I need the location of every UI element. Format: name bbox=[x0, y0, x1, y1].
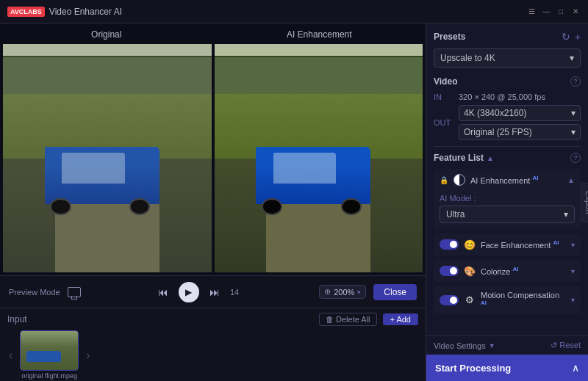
resolution-dropdown[interactable]: 4K (3840x2160) ▾ bbox=[459, 105, 581, 121]
motion-compensation-name: Motion Compensation AI bbox=[481, 291, 567, 310]
frame-number: 14 bbox=[230, 288, 245, 297]
left-panel: Original AI Enhancement bbox=[0, 23, 426, 381]
video-in-value: 320 × 240 @ 25,000 fps bbox=[459, 92, 545, 101]
face-enhancement-chevron-icon: ▾ bbox=[571, 241, 575, 249]
ai-model-dropdown[interactable]: Ultra ▾ bbox=[440, 206, 575, 223]
ai-badge-2: AI bbox=[512, 266, 518, 272]
nav-next-icon[interactable]: › bbox=[85, 349, 91, 362]
car-original bbox=[45, 147, 159, 204]
ai-enhancement-body: AI Model : Ultra ▾ bbox=[434, 191, 581, 229]
face-enhancement-feature: 😊 Face Enhancement AI ▾ bbox=[434, 233, 581, 255]
resolution-chevron-icon: ▾ bbox=[571, 108, 576, 118]
video-settings-button[interactable]: Video Settings ▼ bbox=[434, 341, 495, 350]
ai-model-chevron-icon: ▾ bbox=[564, 209, 568, 219]
feature-list-title: Feature List ▲ bbox=[434, 153, 494, 163]
reset-button[interactable]: ↺ Reset bbox=[551, 341, 581, 350]
original-scene bbox=[3, 44, 212, 272]
preset-dropdown[interactable]: Upscale to 4K ▾ bbox=[434, 48, 581, 68]
settings-footer: Video Settings ▼ ↺ Reset Start Processin… bbox=[426, 335, 588, 381]
colorize-toggle[interactable] bbox=[440, 266, 459, 276]
original-frame bbox=[3, 44, 212, 272]
preset-chevron-icon: ▾ bbox=[570, 53, 574, 63]
skip-forward-button[interactable]: ⏭ bbox=[207, 285, 223, 300]
ai-model-value: Ultra bbox=[446, 209, 465, 219]
presets-actions: ↻ + bbox=[562, 31, 581, 43]
minimize-button[interactable]: — bbox=[541, 7, 551, 17]
feature-list-help-icon[interactable]: ? bbox=[570, 153, 581, 163]
video-info: IN 320 × 240 @ 25,000 fps OUT 4K (3840x2… bbox=[434, 92, 581, 140]
motion-compensation-chevron-icon: ▾ bbox=[571, 296, 575, 304]
window-controls: ☰ — □ ✕ bbox=[526, 7, 581, 17]
file-item: original flight.mpeg bbox=[20, 330, 79, 380]
video-section-header: Video ? bbox=[434, 76, 581, 87]
ai-enhancement-icon bbox=[453, 173, 466, 186]
main-layout: Original AI Enhancement bbox=[0, 23, 588, 381]
resolution-value: 4K (3840x2160) bbox=[464, 108, 526, 118]
face-enhancement-toggle[interactable] bbox=[440, 239, 459, 250]
ai-frame bbox=[215, 44, 423, 272]
app-logo: AVCLABS Video Enhancer AI bbox=[7, 7, 122, 17]
face-enhancement-row[interactable]: 😊 Face Enhancement AI ▾ bbox=[434, 233, 581, 255]
video-help-icon[interactable]: ? bbox=[570, 76, 581, 87]
input-strip: Input 🗑 Delete All + Add ‹ bbox=[0, 308, 426, 381]
nav-prev-icon[interactable]: ‹ bbox=[7, 349, 14, 362]
fps-value: Original (25 FPS) bbox=[464, 127, 532, 137]
maximize-button[interactable]: □ bbox=[556, 7, 566, 17]
input-actions: 🗑 Delete All + Add bbox=[319, 313, 418, 326]
titlebar: AVCLABS Video Enhancer AI ☰ — □ ✕ bbox=[0, 0, 588, 23]
trash-icon: 🗑 bbox=[326, 315, 334, 324]
motion-compensation-feature: ⚙ Motion Compensation AI ▾ bbox=[434, 286, 581, 314]
input-label: Input bbox=[7, 314, 27, 324]
presets-title: Presets bbox=[434, 32, 465, 42]
hamburger-menu[interactable]: ☰ bbox=[526, 7, 537, 17]
titlebar-left: AVCLABS Video Enhancer AI bbox=[7, 7, 122, 17]
video-out-label: OUT bbox=[434, 118, 454, 127]
divider bbox=[434, 146, 581, 147]
ai-badge-1: AI bbox=[553, 239, 559, 246]
start-processing-button[interactable]: Start Processing ∧ bbox=[426, 355, 588, 381]
motion-icon: ⚙ bbox=[463, 294, 476, 307]
colorize-row[interactable]: 🎨 Colorize AI ▾ bbox=[434, 260, 581, 282]
face-icon: 😊 bbox=[463, 238, 476, 251]
video-out-row: OUT 4K (3840x2160) ▾ Original (25 FPS) ▾ bbox=[434, 105, 581, 140]
input-strip-header: Input 🗑 Delete All + Add bbox=[7, 313, 418, 326]
delete-all-button[interactable]: 🗑 Delete All bbox=[319, 313, 376, 326]
monitor-icon[interactable] bbox=[68, 287, 81, 297]
zoom-control[interactable]: ⊕ 200% ▾ bbox=[319, 285, 366, 299]
play-button[interactable]: ▶ bbox=[179, 282, 199, 302]
zoom-chevron-icon: ▾ bbox=[357, 289, 361, 296]
presets-refresh-button[interactable]: ↻ bbox=[562, 31, 570, 43]
file-name: original flight.mpeg bbox=[20, 372, 79, 380]
add-button[interactable]: + Add bbox=[383, 313, 418, 325]
playback-controls: Preview Mode ⏮ ▶ ⏭ 14 ⊕ 200% ▾ Close bbox=[0, 275, 426, 308]
video-section-title: Video bbox=[434, 76, 457, 87]
fps-dropdown[interactable]: Original (25 FPS) ▾ bbox=[459, 124, 581, 140]
colorize-icon: 🎨 bbox=[463, 264, 476, 277]
motion-compensation-toggle[interactable] bbox=[440, 295, 459, 305]
preset-selected: Upscale to 4K bbox=[440, 53, 495, 63]
ai-badge-3: AI bbox=[481, 300, 487, 306]
colorize-name: Colorize AI bbox=[481, 266, 567, 276]
ai-badge-0: AI bbox=[532, 175, 538, 181]
close-button[interactable]: Close bbox=[373, 284, 417, 300]
skip-back-button[interactable]: ⏮ bbox=[155, 285, 171, 300]
export-tab[interactable]: Export bbox=[581, 183, 588, 222]
video-area: Original AI Enhancement bbox=[0, 23, 426, 275]
colorize-feature: 🎨 Colorize AI ▾ bbox=[434, 260, 581, 282]
right-scroll: Presets ↻ + Upscale to 4K ▾ Video ? IN 3… bbox=[426, 23, 588, 381]
original-label: Original bbox=[91, 29, 121, 40]
presets-add-button[interactable]: + bbox=[575, 31, 581, 43]
app-title: Video Enhancer AI bbox=[49, 7, 122, 17]
right-panel: Presets ↻ + Upscale to 4K ▾ Video ? IN 3… bbox=[426, 23, 588, 381]
preview-mode-label: Preview Mode bbox=[9, 288, 60, 297]
video-frames bbox=[0, 23, 426, 275]
ai-enhancement-label: AI Enhancement bbox=[287, 29, 352, 40]
video-in-row: IN 320 × 240 @ 25,000 fps bbox=[434, 92, 581, 101]
input-files: ‹ original flight.mpeg › bbox=[7, 330, 418, 380]
colorize-chevron-icon: ▾ bbox=[571, 267, 575, 275]
motion-compensation-row[interactable]: ⚙ Motion Compensation AI ▾ bbox=[434, 286, 581, 314]
close-window-button[interactable]: ✕ bbox=[570, 7, 581, 17]
ai-model-label: AI Model : bbox=[440, 194, 575, 203]
file-thumbnail[interactable] bbox=[20, 330, 79, 371]
ai-enhancement-row[interactable]: 🔒 AI Enhancement AI ▲ bbox=[434, 169, 581, 191]
